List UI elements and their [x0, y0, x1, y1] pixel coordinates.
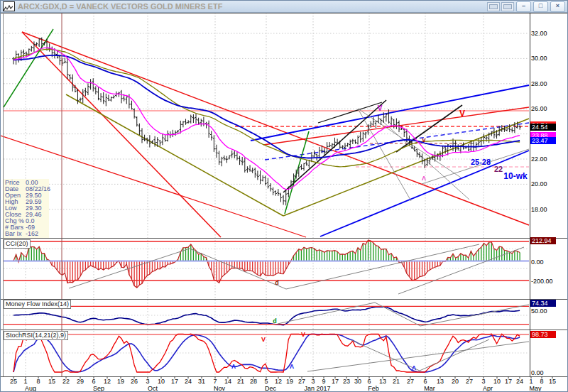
title-bar[interactable]: ARCX:GDX,D = VANECK VECTORS GOLD MINERS … [1, 1, 567, 13]
time-axis-day: 24 [185, 378, 192, 385]
chart-canvas[interactable]: 32.0030.0028.0026.0022.0020.0018.0024.74… [1, 13, 568, 392]
cci-pane-header: CCI(20) [4, 239, 31, 249]
price-axis-tick: 20.00 [531, 180, 547, 187]
time-axis-day: 24 [516, 378, 523, 385]
trend-line [278, 303, 375, 324]
mini-chart-glyph [489, 4, 498, 9]
minimize-button[interactable]: – [516, 1, 531, 12]
time-axis-day: 6 [92, 378, 95, 385]
info-box-field-label: Bar Ix [5, 231, 26, 237]
mfi-axis-tick: 50.00 [531, 307, 547, 315]
time-axis-day: 6 [423, 378, 427, 385]
stochrsi-pane-header: StochRSI(14,21(2),9) [4, 331, 68, 340]
stochrsi-axis-tick: 0.00 [531, 369, 544, 376]
time-axis-day: 10 [158, 378, 165, 385]
time-axis-month: Sep [93, 385, 104, 392]
trend-line [396, 105, 462, 152]
time-axis-day: 27 [298, 378, 305, 385]
annotation-text: v [422, 136, 425, 143]
time-axis-day: 8 [540, 378, 543, 385]
mfi-line [13, 307, 520, 325]
price-info-box: Price0.00Date08/22/16Open29.50High29.59L… [4, 179, 49, 238]
trend-line [22, 32, 221, 237]
annotation-text: d [275, 279, 279, 286]
time-axis-day: 8 [36, 378, 40, 385]
annotation-text: V [459, 109, 465, 119]
window-title: ARCX:GDX,D = VANECK VECTORS GOLD MINERS … [18, 2, 486, 11]
time-axis-day: 1 [23, 378, 27, 385]
time-axis-day: 27 [466, 378, 473, 385]
chart-app-icon [3, 1, 15, 11]
time-axis-day: 19 [117, 378, 124, 385]
annotation-text: V [261, 336, 266, 343]
chart-svg [1, 13, 568, 392]
cci-axis-tick: 0.00 [531, 258, 544, 266]
time-axis-day: 28 [250, 378, 257, 385]
time-axis-day: 13 [437, 378, 444, 385]
mini-chart-icon-2[interactable] [501, 2, 514, 11]
trend-line [4, 29, 53, 107]
time-axis-day: 7 [213, 378, 217, 385]
annotation-text: 22 [494, 165, 503, 173]
trend-line [307, 342, 529, 371]
price-axis-tick: 32.00 [531, 30, 547, 37]
time-axis-month: Mar [424, 385, 435, 392]
time-axis-day: 12 [275, 378, 282, 385]
annotation-text: Λ [422, 175, 426, 182]
time-axis-day: 3 [311, 378, 315, 385]
time-axis-day: 17 [505, 378, 512, 385]
cci-current-label: 212.94 [530, 237, 556, 244]
time-axis-day: 31 [198, 378, 205, 385]
time-axis-month: Dec [265, 385, 276, 392]
close-button[interactable]: × [550, 1, 565, 12]
time-axis-month: Feb [368, 385, 379, 392]
trend-line [358, 109, 411, 201]
time-axis-day: 26 [131, 378, 138, 385]
chart-window: ARCX:GDX,D = VANECK VECTORS GOLD MINERS … [0, 0, 568, 392]
time-axis-day: 21 [393, 378, 400, 385]
time-axis-month: Oct [148, 385, 158, 392]
time-axis-day: 9 [322, 378, 325, 385]
time-axis-month: Nov [214, 385, 225, 392]
time-axis-month: Jan 2017 [304, 385, 330, 392]
info-box-field-value: -162 [26, 231, 38, 237]
mfi-current-label: 74.34 [530, 300, 556, 307]
time-axis-day: 3 [146, 378, 149, 385]
trend-line [351, 340, 420, 371]
annotation-text: Λ [231, 363, 236, 370]
annotation-text: d [273, 317, 277, 325]
time-axis-day: 1 [529, 378, 532, 385]
time-axis-day: 10 [493, 378, 501, 385]
time-axis-day: 29 [77, 378, 84, 385]
trend-line [22, 32, 529, 225]
current-price-label: 23.47 [530, 137, 556, 144]
price-axis-tick: 18.00 [531, 206, 547, 213]
annotation-text: V [378, 104, 383, 112]
price-axis-tick: 22.00 [531, 156, 547, 163]
time-axis-day: 15 [48, 378, 55, 385]
time-axis-day: 20 [452, 378, 459, 385]
time-axis-day: 17 [332, 378, 339, 385]
trend-line [190, 249, 286, 289]
time-axis-day: 3 [481, 378, 485, 385]
trend-line [66, 94, 283, 216]
time-axis-day: 6 [367, 378, 371, 385]
time-axis-day: 13 [379, 378, 386, 385]
trend-line [286, 244, 479, 289]
time-axis-month: Aug [25, 385, 36, 392]
time-axis-day: 12 [104, 378, 111, 385]
time-axis-day: 30 [354, 378, 361, 385]
time-axis-day: 25 [10, 378, 17, 385]
price-axis-tick: 26.00 [531, 105, 547, 112]
maximize-button[interactable]: □ [533, 1, 548, 12]
current-price-label: 24.54 [530, 124, 556, 131]
annotation-text: Λ [412, 364, 416, 371]
mini-chart-glyph [503, 4, 512, 9]
annotation-text: Λ [290, 363, 294, 370]
annotation-text: V [301, 331, 305, 338]
time-axis-day: 19 [286, 378, 293, 385]
mini-chart-icon-1[interactable] [487, 2, 500, 11]
annotation-text: 25-28 [471, 158, 491, 166]
price-axis-tick: 30.00 [531, 55, 547, 62]
stochrsi-current-label: 98.73 [530, 331, 556, 338]
